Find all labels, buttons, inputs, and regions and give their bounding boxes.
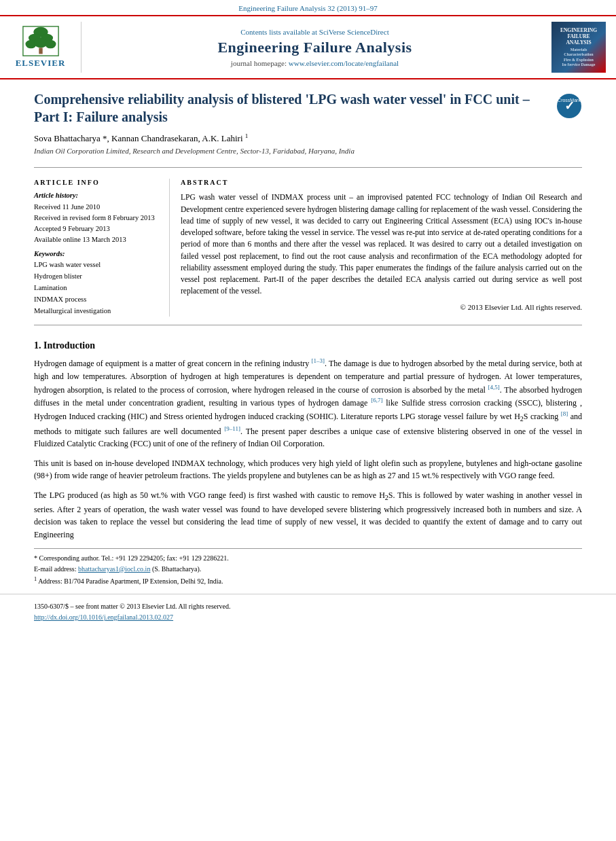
svg-rect-7 <box>39 48 42 54</box>
paper-title: Comprehensive reliability analysis of bl… <box>34 90 548 126</box>
date-3: Accepted 9 February 2013 <box>34 223 158 234</box>
cover-box: ENGINEERINGFAILUREANALYSIS MaterialsChar… <box>551 22 606 73</box>
journal-header: ELSEVIER Contents lists available at Sci… <box>0 15 616 79</box>
keyword-1: LPG wash water vessel <box>34 260 158 271</box>
elsevier-logo-block: ELSEVIER <box>7 22 81 73</box>
email-address[interactable]: bhattacharyas1@iocl.co.in <box>78 565 150 573</box>
copyright-line: © 2013 Elsevier Ltd. All rights reserved… <box>181 303 582 311</box>
cover-title: ENGINEERINGFAILUREANALYSIS <box>560 27 597 46</box>
issn-line: 1350-6307/$ – see front matter © 2013 El… <box>34 601 582 612</box>
journal-cover: ENGINEERINGFAILUREANALYSIS MaterialsChar… <box>548 22 609 73</box>
journal-name-title: Engineering Failure Analysis <box>217 39 412 56</box>
address-sup: 1 <box>34 576 37 582</box>
date-1: Received 11 June 2010 <box>34 202 158 213</box>
address-text: Address: B1/704 Paradise Apartment, IP E… <box>38 577 223 585</box>
keyword-2: Hydrogen blister <box>34 271 158 283</box>
authors-text: Sova Bhattacharya *, Kannan Chandrasekar… <box>34 133 248 143</box>
footnote-address: 1 Address: B1/704 Paradise Apartment, IP… <box>34 575 582 587</box>
date-4: Available online 13 March 2013 <box>34 234 158 245</box>
email-label: E-mail address: <box>34 565 76 573</box>
article-dates: Received 11 June 2010 Received in revise… <box>34 202 158 245</box>
intro-heading: 1. Introduction <box>34 340 582 351</box>
date-2: Received in revised form 8 February 2013 <box>34 213 158 223</box>
intro-title: Introduction <box>43 340 95 351</box>
elsevier-wordmark: ELSEVIER <box>16 58 66 69</box>
footnote-section: * Corresponding author. Tel.: +91 129 22… <box>34 548 582 587</box>
paper-title-block: Comprehensive reliability analysis of bl… <box>0 79 616 132</box>
keyword-4: INDMAX process <box>34 294 158 306</box>
abstract-text: LPG wash water vessel of INDMAX process … <box>181 192 582 297</box>
author-sup: 1 <box>245 132 249 139</box>
two-col-section: ARTICLE INFO Article history: Received 1… <box>0 173 616 317</box>
years-text: years <box>84 505 101 514</box>
doi-line: http://dx.doi.org/10.1016/j.engfailanal.… <box>34 612 582 623</box>
intro-section: 1. Introduction Hydrogen damage of equip… <box>0 331 616 541</box>
journal-homepage-line: journal homepage: www.elsevier.com/locat… <box>231 59 399 67</box>
elsevier-logo: ELSEVIER <box>16 26 66 69</box>
elsevier-tree-icon <box>20 26 61 56</box>
journal-center: Contents lists available at SciVerse Sci… <box>88 22 541 73</box>
sciverse-link[interactable]: SciVerse ScienceDirect <box>319 28 389 36</box>
intro-para-1: Hydrogen damage of equipment is a matter… <box>34 357 582 450</box>
homepage-label: journal homepage: <box>231 59 287 67</box>
bottom-bar: 1350-6307/$ – see front matter © 2013 El… <box>0 594 616 627</box>
keyword-5: Metallurgical investigation <box>34 306 158 317</box>
contents-line: Contents lists available at SciVerse Sci… <box>240 28 388 36</box>
contents-text: Contents lists available at <box>240 28 317 36</box>
footnote-corresponding: * Corresponding author. Tel.: +91 129 22… <box>34 553 582 564</box>
article-history-label: Article history: <box>34 192 158 199</box>
svg-text:CrossMark: CrossMark <box>558 98 581 103</box>
abstract-heading: ABSTRACT <box>181 179 582 186</box>
top-bar: Engineering Failure Analysis 32 (2013) 9… <box>0 0 616 15</box>
abstract-divider <box>34 325 582 325</box>
svg-point-6 <box>45 40 56 49</box>
footnote-email-line: E-mail address: bhattacharyas1@iocl.co.i… <box>34 564 582 575</box>
article-info-col: ARTICLE INFO Article history: Received 1… <box>34 179 170 317</box>
crossmark-icon: ✓ CrossMark <box>556 93 582 119</box>
journal-citation: Engineering Failure Analysis 32 (2013) 9… <box>238 4 377 12</box>
intro-para-3: The LPG produced (as high as 50 wt.% wit… <box>34 489 582 541</box>
article-info-heading: ARTICLE INFO <box>34 179 158 186</box>
intro-para-2: This unit is based on in-house developed… <box>34 457 582 482</box>
authors-line: Sova Bhattacharya *, Kannan Chandrasekar… <box>0 132 616 147</box>
cover-subtitle: MaterialsCharacterisationFire & Explosio… <box>562 48 596 67</box>
homepage-url[interactable]: www.elsevier.com/locate/engfailanal <box>289 59 399 67</box>
affiliation-line: Indian Oil Corporation Limited, Research… <box>0 147 616 162</box>
keywords-label: Keywords: <box>34 250 158 257</box>
doi-link[interactable]: http://dx.doi.org/10.1016/j.engfailanal.… <box>34 613 173 621</box>
title-divider <box>34 167 582 168</box>
email-suffix: (S. Bhattacharya). <box>152 565 201 573</box>
abstract-col: ABSTRACT LPG wash water vessel of INDMAX… <box>170 179 582 317</box>
intro-num: 1. <box>34 340 41 351</box>
keywords-list: LPG wash water vessel Hydrogen blister L… <box>34 260 158 317</box>
keyword-3: Lamination <box>34 283 158 294</box>
